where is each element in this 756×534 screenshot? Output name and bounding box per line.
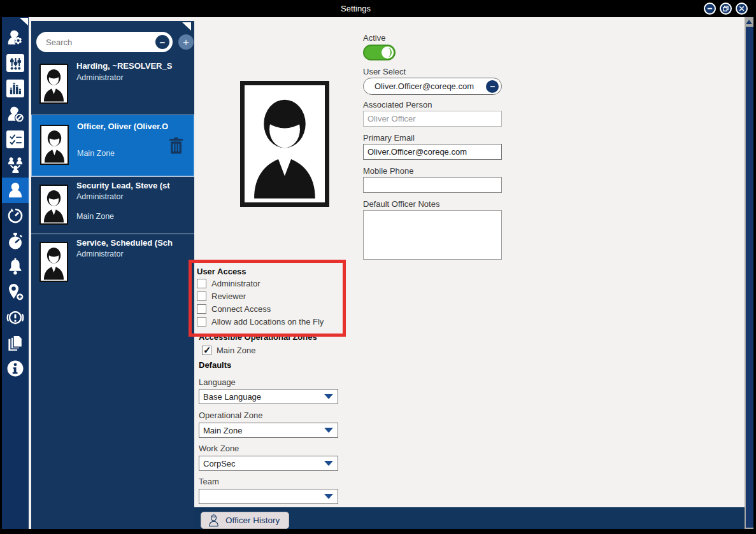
alert-icon [6, 308, 25, 327]
scrollbar-thumb[interactable] [746, 27, 753, 528]
checkbox-connect-access[interactable]: Connect Access [197, 304, 271, 314]
checklist-icon [6, 130, 24, 148]
officer-history-button[interactable]: Officer History [201, 512, 289, 529]
info-icon [6, 359, 25, 378]
active-label: Active [363, 33, 385, 43]
user-name: Harding, ~RESOLVER_S [76, 61, 192, 71]
checkbox-label: Main Zone [217, 346, 255, 355]
minimize-button[interactable] [704, 3, 716, 15]
user-zone: Main Zone [76, 212, 114, 221]
active-toggle[interactable] [363, 45, 396, 60]
user-role: Administrator [76, 249, 124, 258]
officer-photo [240, 81, 329, 207]
vertical-scrollbar[interactable] [745, 17, 753, 529]
user-select-collapse-button[interactable]: − [486, 80, 499, 93]
sidebar-item-documents[interactable] [2, 330, 29, 356]
user-name: Service, Scheduled (Sch [76, 238, 192, 248]
user-select-label: User Select [363, 67, 406, 76]
operational-zone-dropdown[interactable]: Main Zone [199, 423, 338, 438]
sidebar-item-alerts[interactable] [2, 305, 29, 330]
scrollbar-up-arrow[interactable] [745, 17, 753, 27]
pin-plus-icon [6, 283, 25, 302]
team-dropdown[interactable] [199, 489, 338, 504]
work-zone-dropdown[interactable]: CorpSec [199, 456, 338, 471]
user-role: Administrator [76, 192, 124, 201]
user-row-harding[interactable]: Harding, ~RESOLVER_S Administrator [31, 56, 194, 115]
defaults-heading: Defaults [199, 360, 231, 370]
team-label: Team [199, 477, 219, 486]
checkbox-label: Reviewer [211, 292, 246, 301]
avatar [39, 242, 68, 282]
checkbox-box[interactable] [197, 292, 206, 301]
restore-button[interactable] [720, 3, 732, 15]
minimize-icon [706, 5, 713, 12]
collapse-search-button[interactable]: − [155, 35, 169, 49]
checkbox-allow-add-locations[interactable]: Allow add Locations on the Fly [197, 317, 324, 327]
sidebar-item-officers[interactable] [2, 178, 29, 203]
copy-pages-icon [6, 334, 25, 353]
operational-zone-value: Main Zone [199, 426, 324, 435]
checkbox-box[interactable] [202, 346, 211, 355]
sidebar-item-checklist[interactable] [2, 127, 29, 152]
avatar [40, 125, 69, 165]
avatar [39, 185, 68, 225]
user-role: Administrator [76, 73, 124, 82]
sidebar-item-user-settings[interactable] [2, 25, 29, 50]
search-input[interactable] [36, 38, 155, 47]
person-icon [6, 181, 25, 200]
sidebar-item-info[interactable] [2, 356, 29, 381]
language-dropdown[interactable]: Base Language [199, 389, 338, 404]
footer-bar: Officer History [194, 507, 745, 529]
checkbox-main-zone[interactable]: Main Zone [202, 346, 255, 355]
checkbox-reviewer[interactable]: Reviewer [197, 292, 246, 301]
sliders-icon [6, 54, 24, 72]
associated-person-field [363, 111, 502, 127]
panel-corner-marker [182, 22, 191, 31]
restore-icon [722, 5, 729, 12]
default-officer-notes-label: Default Officer Notes [363, 199, 439, 209]
associated-person-label: Associated Person [363, 100, 432, 109]
sidebar-item-statistics[interactable] [2, 76, 29, 101]
sidebar-item-user-disabled[interactable] [2, 101, 29, 127]
window-controls [704, 3, 748, 15]
default-officer-notes-field[interactable] [363, 210, 502, 260]
sidebar-item-stopwatch[interactable] [2, 228, 29, 254]
checkbox-box[interactable] [197, 279, 206, 288]
toggle-knob [382, 46, 394, 59]
sidebar-item-adjustments[interactable] [2, 50, 29, 76]
chevron-down-icon [324, 394, 333, 399]
checkbox-label: Allow add Locations on the Fly [211, 317, 324, 327]
search-box: − [36, 32, 173, 52]
user-row-security-lead[interactable]: Security Lead, Steve (st Administrator M… [31, 176, 194, 234]
user-select-combobox[interactable]: Oliver.Officer@coreqe.com − [363, 78, 502, 95]
user-row-service-scheduled[interactable]: Service, Scheduled (Sch Administrator [31, 234, 194, 292]
delete-user-button[interactable] [168, 136, 185, 155]
operational-zone-label: Operational Zone [199, 411, 262, 420]
chevron-down-icon [324, 428, 333, 433]
checkbox-box[interactable] [197, 317, 206, 327]
equalizer-bars-icon [6, 80, 24, 97]
user-zone: Main Zone [77, 149, 115, 158]
user-list-panel: − + Harding, ~RESOLVER_S Administrator O… [31, 21, 194, 529]
user-rows: Harding, ~RESOLVER_S Administrator Offic… [31, 56, 194, 292]
primary-email-label: Primary Email [363, 133, 415, 143]
settings-window: Settings [0, 0, 756, 534]
sidebar-item-add-location[interactable] [2, 279, 29, 305]
close-button[interactable] [736, 3, 748, 15]
checkbox-administrator[interactable]: Administrator [197, 279, 260, 288]
sidebar-item-notifications[interactable] [2, 254, 29, 279]
checkbox-box[interactable] [197, 304, 206, 314]
user-gear-icon [6, 28, 25, 47]
avatar [39, 64, 68, 104]
officer-outline-icon [208, 514, 220, 527]
sidebar-item-team-hierarchy[interactable] [2, 152, 29, 178]
primary-email-field[interactable] [363, 144, 502, 160]
chevron-down-icon [324, 494, 333, 499]
close-icon [738, 5, 745, 12]
window-body: − + Harding, ~RESOLVER_S Administrator O… [2, 17, 753, 529]
user-row-officer-selected[interactable]: Officer, Oliver (Oliver.O Main Zone [31, 115, 194, 176]
add-user-button[interactable]: + [178, 34, 194, 50]
mobile-phone-field[interactable] [363, 177, 502, 193]
accessible-zones-heading: Accessible Operational Zones [199, 332, 317, 342]
sidebar-item-schedule-timer[interactable] [2, 203, 29, 228]
